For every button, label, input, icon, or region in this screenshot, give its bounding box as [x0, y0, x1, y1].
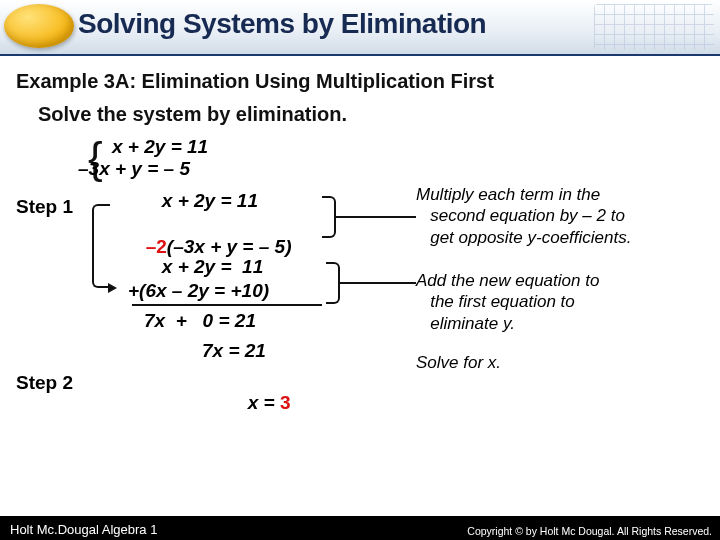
eq1: x + 2y = 11 — [112, 136, 208, 158]
math-l4: +(6x – 2y = +10) — [128, 280, 269, 302]
arrowhead-icon — [108, 283, 117, 293]
note1: Multiply each term in the second equatio… — [416, 184, 631, 248]
page-title: Solving Systems by Elimination — [78, 8, 486, 40]
blob-decor — [4, 4, 74, 48]
work-area: Step 1 Step 2 x + 2y = 11 –2(–3x + y = –… — [16, 184, 704, 454]
footer-right: Copyright © by Holt Mc Dougal. All Right… — [467, 525, 712, 537]
math-l7: x = 3 — [216, 370, 291, 436]
underline-1 — [132, 304, 322, 306]
step1-label: Step 1 — [16, 196, 73, 218]
curve-arrow — [92, 204, 110, 288]
math-l6: 7x = 21 — [202, 340, 266, 362]
bracket1 — [322, 196, 336, 238]
math-l3: x + 2y = 11 — [146, 256, 263, 278]
math-l5: 7x + 0 = 21 — [144, 310, 256, 332]
bracket2 — [326, 262, 340, 304]
title-bar: Solving Systems by Elimination — [0, 0, 720, 56]
note2: Add the new equation to the first equati… — [416, 270, 599, 334]
line2 — [340, 282, 416, 284]
example-heading: Example 3A: Elimination Using Multiplica… — [16, 70, 704, 93]
line1 — [336, 216, 416, 218]
math-l1: x + 2y = 11 — [146, 190, 258, 212]
note3: Solve for x. — [416, 352, 501, 373]
system-equations: { x + 2y = 11 –3x + y = – 5 — [106, 136, 704, 184]
eq2: –3x + y = – 5 — [78, 158, 190, 180]
footer-left: Holt Mc.Dougal Algebra 1 — [10, 522, 157, 537]
content-area: Example 3A: Elimination Using Multiplica… — [0, 56, 720, 454]
grid-decor — [594, 4, 714, 50]
instruction: Solve the system by elimination. — [38, 103, 704, 126]
step2-label: Step 2 — [16, 372, 73, 394]
footer-bar: Holt Mc.Dougal Algebra 1 Copyright © by … — [0, 516, 720, 540]
mult-factor: –2 — [146, 236, 167, 257]
